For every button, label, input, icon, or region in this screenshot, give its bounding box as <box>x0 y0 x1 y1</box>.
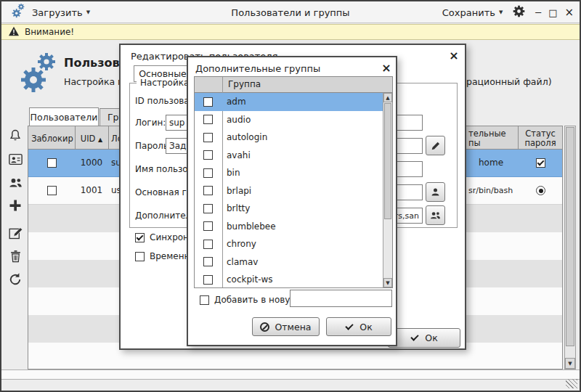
people-icon <box>429 210 442 221</box>
group-row[interactable]: brltty <box>195 200 383 218</box>
row-locked-checkbox[interactable] <box>47 186 57 195</box>
warning-text: Внимание! <box>25 27 74 37</box>
group-row[interactable]: bin <box>195 164 383 182</box>
add-new-group-checkbox[interactable] <box>200 295 209 305</box>
warning-icon <box>8 26 20 38</box>
temporary-checkbox[interactable] <box>135 252 145 261</box>
column-header-extra-fragment[interactable]: тельные пы <box>468 129 506 148</box>
app-logo-gears-icon <box>16 50 58 99</box>
row-password-status-radio[interactable] <box>536 186 545 195</box>
scroll-up-button[interactable]: ▲ <box>383 93 392 102</box>
column-header-uid[interactable]: UID ▲ <box>75 134 108 144</box>
scroll-down-button[interactable]: ▼ <box>383 278 392 287</box>
edit-user-button[interactable] <box>7 224 24 242</box>
group-row[interactable]: brlapi <box>195 182 383 200</box>
arrow-down-icon: ▼ <box>386 280 389 286</box>
dialog-close-button[interactable]: × <box>380 61 393 74</box>
minimize-button[interactable]: ─ <box>535 7 541 18</box>
delete-user-button[interactable] <box>7 248 24 265</box>
extra-header-line2: пы <box>468 139 506 148</box>
group-name: adm <box>227 97 246 107</box>
groups-cancel-button[interactable]: Отмена <box>252 317 320 336</box>
plus-icon <box>8 198 23 213</box>
status-header-line2: пароля <box>518 139 563 148</box>
notifications-button[interactable] <box>7 127 24 144</box>
scrollbar-thumb[interactable] <box>566 127 574 346</box>
group-name: cockpit-ws <box>227 274 273 285</box>
group-name: clamav <box>227 257 258 267</box>
additional-groups-dialog: Дополнительные группы × Группа adm audio… <box>187 56 397 346</box>
title-bar: Загрузить ▼ Пользователи и группы Сохран… <box>1 1 580 23</box>
group-row[interactable]: avahi <box>195 147 383 165</box>
cancel-label: Отмена <box>275 322 311 332</box>
group-row[interactable]: audio <box>195 111 383 129</box>
groups-ok-button[interactable]: Ок <box>326 317 391 336</box>
group-checkbox[interactable] <box>203 257 213 266</box>
arrow-up-icon: ▲ <box>386 95 389 101</box>
groups-scrollbar[interactable]: ▲ ▼ <box>383 93 392 287</box>
arrow-down-icon: ▼ <box>568 361 572 367</box>
vertical-scrollbar[interactable]: ▼ <box>564 126 576 369</box>
add-new-group-row[interactable]: Добавить в новую: <box>200 295 301 305</box>
group-row[interactable]: adm <box>195 93 383 111</box>
group-checkbox[interactable] <box>203 204 213 213</box>
page-subtitle-fragment: рационный файл) <box>466 76 552 87</box>
column-header-locked[interactable]: Заблокир <box>30 134 75 144</box>
scrollbar-thumb[interactable] <box>384 103 391 219</box>
group-name: brlapi <box>227 186 251 196</box>
group-row[interactable]: autologin <box>195 128 383 147</box>
window-close-button[interactable]: × <box>564 6 574 19</box>
load-menu-button[interactable]: Загрузить ▼ <box>32 7 90 18</box>
group-checkbox[interactable] <box>203 115 213 124</box>
login-field-label: Логин: <box>135 118 166 128</box>
column-header-status[interactable]: Статус пароля <box>518 129 563 148</box>
refresh-button[interactable] <box>7 271 24 288</box>
add-new-group-label: Добавить в новую: <box>214 295 301 305</box>
sync-checkbox[interactable] <box>135 233 145 242</box>
resize-grip[interactable] <box>566 379 577 388</box>
row-extra-fragment: home <box>479 158 503 168</box>
pencil-icon <box>430 140 442 152</box>
select-primary-group-button[interactable] <box>426 182 445 202</box>
group-checkbox[interactable] <box>203 221 213 231</box>
save-menu-button[interactable]: Сохранить ▼ <box>442 7 503 18</box>
group-checkbox[interactable] <box>203 240 213 249</box>
tab-users[interactable]: Пользователи <box>29 107 99 126</box>
row-locked-checkbox[interactable] <box>47 158 57 168</box>
group-row[interactable]: chrony <box>195 235 383 253</box>
user-card-button[interactable] <box>7 150 24 168</box>
maximize-button[interactable]: □ <box>548 7 557 18</box>
group-checkbox[interactable] <box>203 133 213 142</box>
group-name: autologin <box>227 132 267 142</box>
groups-list: Группа adm audio autologin avah <box>194 76 393 288</box>
login-value: sup <box>169 118 184 128</box>
row-uid: 1001 <box>75 185 108 195</box>
settings-gear-button[interactable] <box>513 5 525 20</box>
group-checkbox[interactable] <box>203 168 213 178</box>
edit-password-button[interactable] <box>426 136 445 155</box>
group-checkbox[interactable] <box>203 150 213 160</box>
row-password-status-checkbox[interactable] <box>536 158 545 168</box>
check-icon <box>410 334 420 342</box>
groups-rows: adm audio autologin avahi bin <box>195 93 383 287</box>
group-checkbox[interactable] <box>203 97 213 107</box>
edit-dialog-ok-button[interactable]: Ок <box>388 328 460 348</box>
scroll-down-button[interactable]: ▼ <box>565 358 575 369</box>
column-header-group[interactable]: Группа <box>228 79 261 89</box>
user-groups-button[interactable] <box>7 173 24 191</box>
groups-list-header: Группа <box>195 77 392 93</box>
group-name: audio <box>227 115 251 125</box>
group-checkbox[interactable] <box>203 275 213 285</box>
group-name: bumblebee <box>227 221 276 232</box>
group-row[interactable]: bumblebee <box>195 218 383 236</box>
group-row[interactable]: clamav <box>195 253 383 271</box>
warning-bar: Внимание! <box>1 24 580 40</box>
select-extra-groups-button[interactable] <box>426 205 445 225</box>
new-group-name-input[interactable] <box>290 290 392 307</box>
group-row[interactable]: cockpit-ws <box>195 271 383 287</box>
dialog-close-button[interactable]: × <box>447 49 460 62</box>
group-name: chrony <box>227 239 256 249</box>
add-user-button[interactable] <box>7 197 24 214</box>
group-checkbox[interactable] <box>203 186 213 195</box>
save-label: Сохранить <box>442 7 495 18</box>
